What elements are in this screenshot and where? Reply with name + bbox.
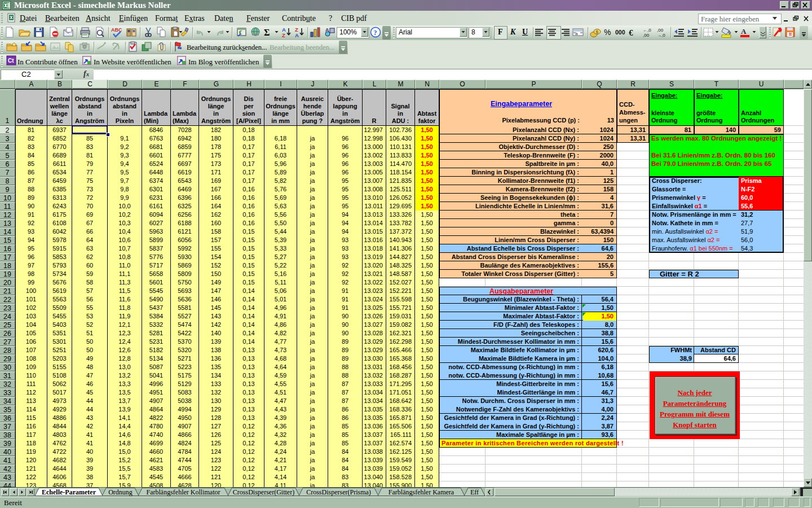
- svg-text:Z: Z: [282, 32, 285, 38]
- svg-text:Σ: Σ: [264, 28, 270, 37]
- svg-text:←,0: ←,0: [643, 28, 651, 33]
- svg-text:A: A: [295, 32, 299, 38]
- svg-text:%: %: [604, 28, 611, 37]
- svg-text:→,0: →,0: [657, 33, 665, 38]
- svg-text:Ct: Ct: [8, 58, 14, 64]
- svg-text:A: A: [741, 27, 747, 36]
- svg-text:,00: ,00: [657, 28, 664, 33]
- svg-text:000: 000: [615, 29, 625, 36]
- svg-text:,00: ,00: [643, 33, 650, 38]
- svg-text:A: A: [325, 27, 329, 33]
- svg-text:a: a: [575, 31, 578, 36]
- svg-text:$: $: [596, 29, 599, 34]
- svg-text:€: €: [629, 28, 633, 37]
- svg-text:?: ?: [374, 29, 377, 37]
